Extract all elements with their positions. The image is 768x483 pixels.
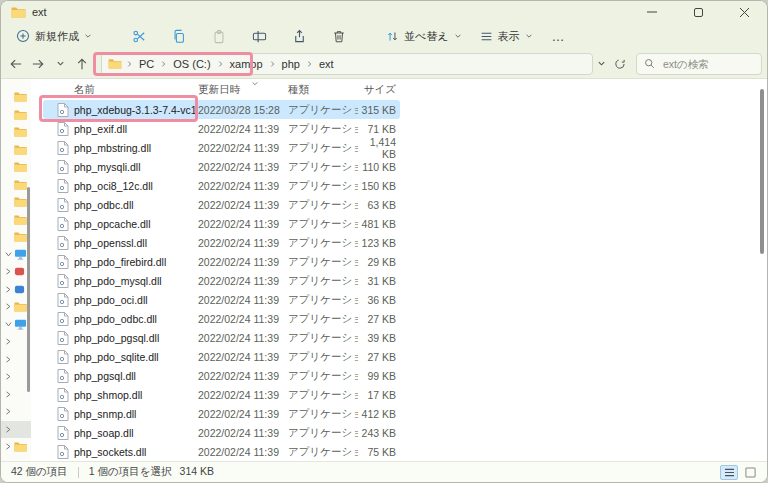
address-bar[interactable]: PCOS (C:)xamppphpext [101, 53, 593, 75]
folder-icon [108, 58, 122, 69]
sidebar-item[interactable] [1, 88, 31, 106]
sidebar-item[interactable] [1, 158, 31, 176]
folder-icon [14, 231, 27, 242]
file-row[interactable]: php_soap.dll2022/02/24 11:39アプリケーション拡張24… [43, 423, 400, 442]
file-row[interactable]: php_xdebug-3.1.3-7.4-vc15-x86_64.dll2022… [43, 100, 400, 119]
chevron-right-icon[interactable] [3, 372, 13, 381]
minimize-button[interactable] [629, 1, 675, 23]
sidebar-item[interactable] [1, 403, 31, 421]
sidebar-item[interactable] [1, 106, 31, 124]
breadcrumb-segment[interactable]: ext [315, 57, 338, 71]
file-date: 2022/02/24 11:39 [198, 408, 288, 420]
file-row[interactable]: php_oci8_12c.dll2022/02/24 11:39アプリケーション… [43, 176, 400, 195]
breadcrumb-segment[interactable]: OS (C:) [169, 57, 214, 71]
sidebar-item[interactable] [1, 141, 31, 159]
column-header-size[interactable]: サイズ [358, 83, 396, 97]
file-type: アプリケーション拡張 [288, 122, 358, 136]
chevron-down-icon[interactable] [597, 59, 606, 68]
file-size: 123 KB [358, 237, 396, 249]
copy-button[interactable] [170, 27, 188, 45]
chevron-right-icon[interactable] [3, 390, 13, 399]
maximize-button[interactable] [675, 1, 721, 23]
search-box[interactable] [636, 53, 762, 75]
large-icons-view-toggle[interactable] [741, 465, 759, 480]
chevron-right-icon[interactable] [3, 267, 13, 276]
file-row[interactable]: php_pdo_sqlite.dll2022/02/24 11:39アプリケーシ… [43, 347, 400, 366]
up-icon[interactable] [71, 57, 93, 71]
refresh-icon[interactable] [614, 58, 626, 70]
file-row[interactable]: php_pdo_odbc.dll2022/02/24 11:39アプリケーション… [43, 309, 400, 328]
chevron-down-icon[interactable] [3, 250, 13, 258]
new-button[interactable]: 新規作成 [9, 26, 99, 47]
breadcrumb-separator-icon [126, 60, 133, 68]
folder-icon [14, 196, 27, 207]
sidebar-scrollbar[interactable] [27, 187, 30, 392]
breadcrumb-separator-icon [217, 60, 224, 68]
share-button[interactable] [290, 27, 308, 45]
file-list-scrollbar[interactable] [760, 89, 764, 254]
file-size: 110 KB [358, 161, 396, 173]
file-date: 2022/02/24 11:39 [198, 332, 288, 344]
file-row[interactable]: php_odbc.dll2022/02/24 11:39アプリケーション拡張63… [43, 195, 400, 214]
file-row[interactable]: php_shmop.dll2022/02/24 11:39アプリケーション拡張1… [43, 385, 400, 404]
file-size: 1,414 KB [358, 136, 396, 160]
file-row[interactable]: php_sockets.dll2022/02/24 11:39アプリケーション拡… [43, 442, 400, 461]
forward-icon[interactable] [27, 58, 49, 70]
see-more-button[interactable]: … [544, 29, 574, 44]
search-input[interactable] [661, 57, 751, 71]
file-row[interactable]: php_pdo_oci.dll2022/02/24 11:39アプリケーション拡… [43, 290, 400, 309]
back-icon[interactable] [5, 58, 27, 70]
chevron-right-icon[interactable] [3, 407, 13, 416]
column-header-name[interactable]: 名前 [74, 83, 198, 97]
sidebar-item[interactable] [1, 438, 31, 456]
breadcrumb-segment[interactable]: PC [135, 57, 158, 71]
file-date: 2022/02/24 11:39 [198, 256, 288, 268]
chevron-right-icon[interactable] [3, 442, 13, 451]
chevron-right-icon[interactable] [3, 285, 13, 294]
sort-button[interactable]: 並べ替え [379, 26, 469, 47]
file-row[interactable]: php_snmp.dll2022/02/24 11:39アプリケーション拡張41… [43, 404, 400, 423]
chevron-down-icon[interactable] [3, 320, 13, 328]
file-row[interactable]: php_mysqli.dll2022/02/24 11:39アプリケーション拡張… [43, 157, 400, 176]
file-type: アプリケーション拡張 [288, 217, 358, 231]
sidebar-item[interactable] [1, 123, 31, 141]
file-row[interactable]: php_openssl.dll2022/02/24 11:39アプリケーション拡… [43, 233, 400, 252]
file-row[interactable]: php_mbstring.dll2022/02/24 11:39アプリケーション… [43, 138, 400, 157]
file-date: 2022/02/24 11:39 [198, 313, 288, 325]
rename-button[interactable] [250, 27, 268, 45]
red-icon [14, 266, 25, 277]
file-row[interactable]: php_opcache.dll2022/02/24 11:39アプリケーション拡… [43, 214, 400, 233]
file-row[interactable]: php_pdo_firebird.dll2022/02/24 11:39アプリケ… [43, 252, 400, 271]
view-button[interactable]: 表示 [473, 26, 540, 47]
paste-button[interactable] [210, 27, 228, 45]
file-type: アプリケーション拡張 [288, 236, 358, 250]
chevron-down-icon [84, 32, 92, 40]
file-row[interactable]: php_exif.dll2022/02/24 11:39アプリケーション拡張71… [43, 119, 400, 138]
file-size: 36 KB [358, 294, 396, 306]
dll-file-icon [57, 407, 74, 421]
chevron-right-icon[interactable] [3, 337, 13, 346]
delete-button[interactable] [330, 27, 348, 45]
column-header-type[interactable]: 種類 [288, 83, 358, 97]
column-header-date[interactable]: 更新日時 [198, 83, 288, 97]
chevron-right-icon[interactable] [3, 355, 13, 364]
file-name: php_opcache.dll [74, 218, 198, 230]
sidebar-item[interactable] [1, 421, 31, 439]
breadcrumb-segment[interactable]: xampp [226, 57, 267, 71]
close-button[interactable] [721, 1, 767, 23]
file-size: 412 KB [358, 408, 396, 420]
file-type: アプリケーション拡張 [288, 255, 358, 269]
dll-file-icon [57, 103, 74, 117]
file-row[interactable]: php_pdo_pgsql.dll2022/02/24 11:39アプリケーショ… [43, 328, 400, 347]
chevron-right-icon[interactable] [3, 302, 13, 311]
cut-button[interactable] [130, 27, 148, 45]
file-row[interactable]: php_pdo_mysql.dll2022/02/24 11:39アプリケーショ… [43, 271, 400, 290]
computer-icon [14, 249, 27, 260]
computer-icon [14, 319, 27, 330]
chevron-right-icon[interactable] [3, 425, 13, 434]
file-row[interactable]: php_pgsql.dll2022/02/24 11:39アプリケーション拡張9… [43, 366, 400, 385]
breadcrumb-segment[interactable]: php [278, 57, 304, 71]
file-name: php_pdo_sqlite.dll [74, 351, 198, 363]
recent-locations-icon[interactable] [49, 59, 71, 68]
details-view-toggle[interactable] [720, 465, 738, 480]
